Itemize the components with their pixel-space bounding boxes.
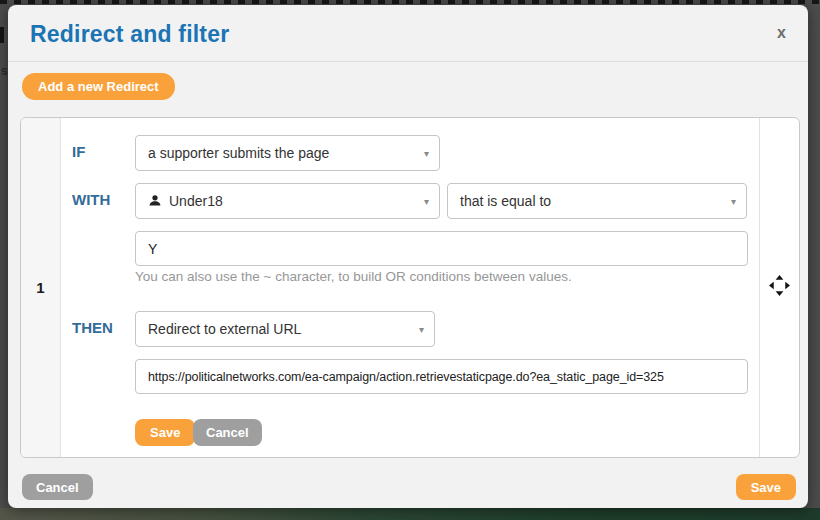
close-icon[interactable]: x [777, 25, 786, 41]
background-page-strip [0, 508, 820, 520]
rule-number: 1 [21, 118, 61, 457]
field-select-value: Under18 [169, 193, 416, 209]
backdrop-text-fragment: s [1, 64, 8, 78]
field-select[interactable]: Under18 ▾ [135, 183, 440, 219]
caret-down-icon: ▾ [424, 148, 429, 159]
event-select-value: a supporter submits the page [148, 145, 416, 161]
redirect-rule-panel: 1 IF a supporter submits the page ▾ WITH… [20, 117, 800, 458]
modal-title: Redirect and filter [30, 21, 229, 48]
redirect-and-filter-modal: Redirect and filter x Add a new Redirect… [8, 5, 808, 508]
if-label: IF [72, 143, 85, 160]
caret-down-icon: ▾ [419, 324, 424, 335]
caret-down-icon: ▾ [731, 196, 736, 207]
value-input[interactable] [135, 231, 748, 266]
rule-cancel-button[interactable]: Cancel [193, 419, 262, 446]
redirect-url-input[interactable] [135, 359, 748, 394]
drag-handle[interactable] [759, 118, 799, 457]
rule-form: IF a supporter submits the page ▾ WITH U… [61, 118, 759, 457]
action-select[interactable]: Redirect to external URL ▾ [135, 311, 435, 347]
person-icon [148, 194, 162, 208]
operator-select[interactable]: that is equal to ▾ [447, 183, 747, 219]
move-icon [769, 275, 790, 300]
add-redirect-button[interactable]: Add a new Redirect [22, 73, 175, 100]
header-divider [8, 61, 808, 62]
backdrop-text-fragment [0, 27, 4, 43]
with-label: WITH [72, 191, 110, 208]
operator-select-value: that is equal to [460, 193, 723, 209]
modal-cancel-button[interactable]: Cancel [22, 474, 93, 500]
modal-save-button[interactable]: Save [736, 474, 796, 500]
helper-text: You can also use the ~ character, to bui… [135, 269, 572, 284]
rule-save-button[interactable]: Save [135, 419, 195, 446]
action-select-value: Redirect to external URL [148, 321, 411, 337]
backdrop-dashed-border [0, 0, 820, 4]
then-label: THEN [72, 319, 113, 336]
caret-down-icon: ▾ [424, 196, 429, 207]
event-select[interactable]: a supporter submits the page ▾ [135, 135, 440, 171]
